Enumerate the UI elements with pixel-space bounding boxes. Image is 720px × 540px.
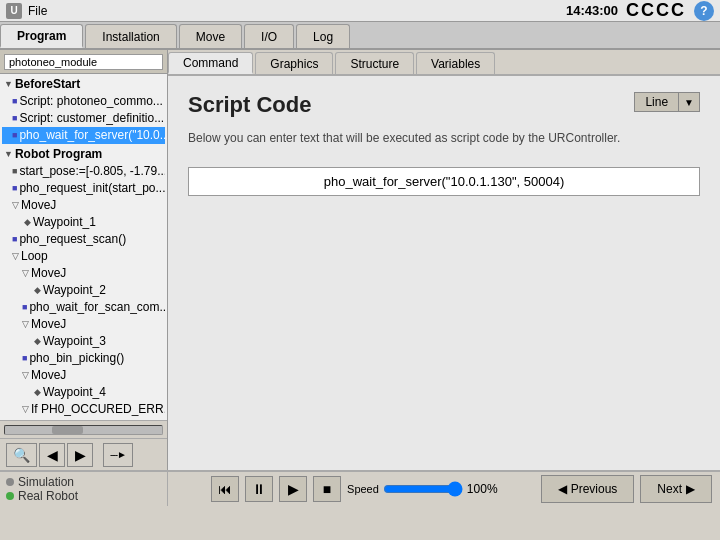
- title-file: File: [28, 4, 47, 18]
- control-play[interactable]: ▶: [279, 476, 307, 502]
- content-area: photoneo_module ▼ BeforeStart ■ Script: …: [0, 50, 720, 470]
- module-name-input[interactable]: photoneo_module: [4, 54, 163, 70]
- left-panel: photoneo_module ▼ BeforeStart ■ Script: …: [0, 50, 168, 470]
- move-icon: ▽: [22, 266, 29, 281]
- scroll-track[interactable]: [4, 425, 163, 435]
- tab-structure[interactable]: Structure: [335, 52, 414, 74]
- previous-arrow-icon: ◀: [558, 482, 567, 496]
- script-icon: ■: [22, 300, 27, 315]
- speed-control: Speed 100%: [347, 481, 498, 497]
- list-item[interactable]: ■ Script: photoneo_commo...: [2, 93, 165, 110]
- speed-value: 100%: [467, 482, 498, 496]
- list-item[interactable]: ▽ Loop: [2, 248, 165, 265]
- app-logo: U: [6, 3, 22, 19]
- list-item[interactable]: ▽ MoveJ: [2, 197, 165, 214]
- waypoint-icon: ◆: [24, 215, 31, 230]
- tab-variables[interactable]: Variables: [416, 52, 495, 74]
- status-right: ◀ Previous Next ▶: [541, 475, 720, 503]
- list-item[interactable]: ◆ Waypoint_4: [2, 384, 165, 401]
- toolbar: 🔍 ◀ ▶ ---►: [0, 438, 167, 470]
- waypoint-icon: ◆: [34, 385, 41, 400]
- control-stop[interactable]: ■: [313, 476, 341, 502]
- real-robot-dot: [6, 492, 14, 500]
- tree-section-beforestart: ▼ BeforeStart: [2, 76, 165, 93]
- scroll-area[interactable]: [0, 420, 167, 438]
- scroll-thumb: [52, 426, 83, 434]
- waypoint-icon: ◆: [34, 283, 41, 298]
- control-rewind[interactable]: ⏮: [211, 476, 239, 502]
- title-cccc: CCCC: [626, 0, 686, 21]
- left-panel-header: photoneo_module: [0, 50, 167, 74]
- list-item[interactable]: ■ pho_request_init(start_po...: [2, 180, 165, 197]
- script-input-row: [188, 167, 700, 196]
- title-time: 14:43:00: [566, 3, 618, 18]
- script-icon: ■: [12, 111, 17, 126]
- toolbar-forward-button[interactable]: ▶: [67, 443, 93, 467]
- tab-log[interactable]: Log: [296, 24, 350, 48]
- speed-slider[interactable]: [383, 481, 463, 497]
- list-item[interactable]: ◆ Waypoint_2: [2, 282, 165, 299]
- waypoint-icon: ◆: [34, 334, 41, 349]
- tree-section-robot: ▼ Robot Program: [2, 146, 165, 163]
- move-icon: ▽: [12, 198, 19, 213]
- list-item-selected[interactable]: ■ pho_wait_for_server("10.0...: [2, 127, 165, 144]
- script-input[interactable]: [188, 167, 700, 196]
- tab-move[interactable]: Move: [179, 24, 242, 48]
- move-icon: ▽: [22, 368, 29, 383]
- script-icon: ■: [12, 232, 17, 247]
- right-panel: Command Graphics Structure Variables Scr…: [168, 50, 720, 470]
- tab-command[interactable]: Command: [168, 52, 253, 74]
- list-item[interactable]: ▽ MoveJ: [2, 265, 165, 282]
- title-bar: U File 14:43:00 CCCC ?: [0, 0, 720, 22]
- section-icon: ▼: [4, 147, 13, 162]
- speed-label: Speed: [347, 483, 379, 495]
- list-item[interactable]: ◆ Waypoint_3: [2, 333, 165, 350]
- status-center: ⏮ ⏸ ▶ ■ Speed 100%: [168, 476, 541, 502]
- toolbar-back-button[interactable]: ◀: [39, 443, 65, 467]
- section-icon: ▼: [4, 77, 13, 92]
- list-item[interactable]: ◆ Waypoint_1: [2, 214, 165, 231]
- control-pause[interactable]: ⏸: [245, 476, 273, 502]
- script-icon: ■: [12, 128, 17, 143]
- loop-icon: ▽: [12, 249, 19, 264]
- line-control-arrow[interactable]: ▼: [679, 92, 700, 112]
- tree-area[interactable]: ▼ BeforeStart ■ Script: photoneo_commo..…: [0, 74, 167, 420]
- if-icon: ▽: [22, 402, 29, 417]
- move-icon: ▽: [22, 317, 29, 332]
- tab-io[interactable]: I/O: [244, 24, 294, 48]
- panel-content: Script Code Line ▼ Below you can enter t…: [168, 76, 720, 470]
- simulation-status: Simulation: [6, 475, 161, 489]
- script-icon: ■: [12, 181, 17, 196]
- script-icon: ■: [12, 94, 17, 109]
- status-left: Simulation Real Robot: [0, 472, 168, 506]
- list-item[interactable]: ■ Script: customer_definitio...: [2, 110, 165, 127]
- help-button[interactable]: ?: [694, 1, 714, 21]
- list-item[interactable]: ■ start_pose:=[-0.805, -1.79...: [2, 163, 165, 180]
- status-bar: Simulation Real Robot ⏮ ⏸ ▶ ■ Speed 100%…: [0, 470, 720, 506]
- list-item[interactable]: ■ pho_bin_picking(): [2, 350, 165, 367]
- list-item[interactable]: ▽ MoveJ: [2, 367, 165, 384]
- line-control-button[interactable]: Line: [634, 92, 679, 112]
- previous-button[interactable]: ◀ Previous: [541, 475, 635, 503]
- script-icon: ■: [22, 351, 27, 366]
- simulation-dot: [6, 478, 14, 486]
- tab-installation[interactable]: Installation: [85, 24, 176, 48]
- list-item[interactable]: ▽ If PH0_OCCURED_ERR...: [2, 401, 165, 418]
- next-button[interactable]: Next ▶: [640, 475, 712, 503]
- toolbar-search-button[interactable]: 🔍: [6, 443, 37, 467]
- next-arrow-icon: ▶: [686, 482, 695, 496]
- main-tabs: Program Installation Move I/O Log: [0, 22, 720, 50]
- panel-title: Script Code: [188, 92, 700, 118]
- tab-program[interactable]: Program: [0, 24, 83, 48]
- tab-graphics[interactable]: Graphics: [255, 52, 333, 74]
- toolbar-arrow-seq[interactable]: ---►: [103, 443, 133, 467]
- list-item[interactable]: ■ pho_wait_for_scan_com...: [2, 299, 165, 316]
- list-item[interactable]: ■ pho_request_scan(): [2, 231, 165, 248]
- sub-tabs: Command Graphics Structure Variables: [168, 50, 720, 76]
- panel-description: Below you can enter text that will be ex…: [188, 130, 700, 147]
- real-robot-status: Real Robot: [6, 489, 161, 503]
- assign-icon: ■: [12, 164, 17, 179]
- list-item[interactable]: ▽ MoveJ: [2, 316, 165, 333]
